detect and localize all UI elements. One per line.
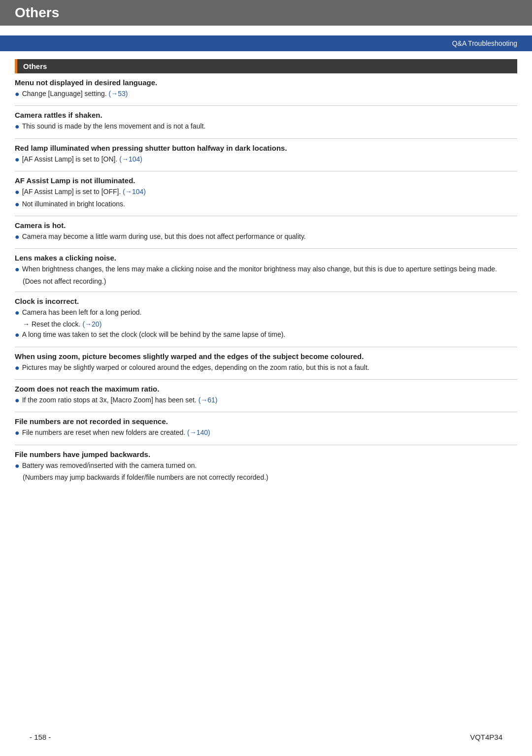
qa-sub: → Reset the clock. (→20) [15,319,517,329]
answer-link[interactable]: (→53) [109,90,128,98]
answer-text: File numbers are reset when new folders … [22,427,210,438]
bullet-icon: ● [15,362,20,373]
bullet-icon: ● [15,121,20,132]
qa-sub: (Numbers may jump backwards if folder/fi… [15,472,517,483]
answer-text: Camera may become a little warm during u… [22,231,306,242]
qa-sub: (Does not affect recording.) [15,276,517,287]
qa-list: Menu not displayed in desired language.●… [15,73,517,488]
qa-question: Camera is hot. [15,221,517,230]
answer-link[interactable]: (→61) [199,396,218,404]
sub-link[interactable]: (→20) [82,320,101,328]
answer-text: Battery was removed/inserted with the ca… [22,460,197,471]
answer-text: Camera has been left for a long period. [22,307,142,318]
answer-link[interactable]: (→104) [123,188,146,196]
bullet-icon: ● [15,264,20,275]
qa-item-red-lamp: Red lamp illuminated when pressing shutt… [15,139,517,171]
answer-link[interactable]: (→104) [119,155,142,163]
bullet-icon: ● [15,187,20,197]
qa-question: File numbers are not recorded in sequenc… [15,417,517,426]
bullet-icon: ● [15,231,20,242]
qa-answer: ●Change [Language] setting. (→53) [15,89,517,99]
bullet-icon: ● [15,199,20,210]
qa-answer: ●[AF Assist Lamp] is set to [OFF]. (→104… [15,187,517,197]
qa-answer: ●[AF Assist Lamp] is set to [ON]. (→104) [15,154,517,165]
qa-answer: ●When brightness changes, the lens may m… [15,264,517,275]
qa-answer: ●A long time was taken to set the clock … [15,329,517,340]
qa-question: File numbers have jumped backwards. [15,450,517,459]
qa-item-lens-clicking: Lens makes a clicking noise.●When bright… [15,249,517,292]
bullet-icon: ● [15,89,20,99]
bullet-icon: ● [15,460,20,471]
qa-question: Menu not displayed in desired language. [15,78,517,87]
answer-link[interactable]: (→140) [187,428,210,436]
bullet-icon: ● [15,427,20,438]
answer-text: Not illuminated in bright locations. [22,199,125,209]
page-header: Others [0,0,532,26]
bullet-icon: ● [15,307,20,318]
bullet-icon: ● [15,395,20,406]
answer-text: A long time was taken to set the clock (… [22,329,286,340]
qa-item-camera-rattles: Camera rattles if shaken.●This sound is … [15,106,517,138]
answer-text: [AF Assist Lamp] is set to [OFF]. (→104) [22,187,146,197]
page-title: Others [15,5,517,21]
qa-answer: ●Pictures may be slightly warped or colo… [15,362,517,373]
qa-question: When using zoom, picture becomes slightl… [15,352,517,361]
section-heading: Others [15,59,517,73]
qa-question: Zoom does not reach the maximum ratio. [15,385,517,393]
qa-item-clock-incorrect: Clock is incorrect.●Camera has been left… [15,292,517,347]
qa-answer: ●Battery was removed/inserted with the c… [15,460,517,471]
qa-item-menu-language: Menu not displayed in desired language.●… [15,73,517,106]
qa-question: Clock is incorrect. [15,297,517,305]
qa-item-zoom-warped: When using zoom, picture becomes slightl… [15,347,517,380]
breadcrumb-bar: Q&A Troubleshooting [0,35,532,51]
qa-question: AF Assist Lamp is not illuminated. [15,176,517,185]
answer-text: [AF Assist Lamp] is set to [ON]. (→104) [22,154,142,164]
qa-answer: ●Camera has been left for a long period. [15,307,517,318]
qa-answer: ●File numbers are reset when new folders… [15,427,517,438]
answer-text: Pictures may be slightly warped or colou… [22,362,369,373]
qa-answer: ●This sound is made by the lens movement… [15,121,517,132]
answer-text: When brightness changes, the lens may ma… [22,264,497,274]
qa-item-zoom-max: Zoom does not reach the maximum ratio.●I… [15,380,517,412]
bullet-icon: ● [15,329,20,340]
qa-answer: ●Not illuminated in bright locations. [15,199,517,210]
section-title: Others [23,62,47,70]
qa-item-camera-hot: Camera is hot.●Camera may become a littl… [15,216,517,249]
qa-question: Red lamp illuminated when pressing shutt… [15,144,517,152]
qa-question: Camera rattles if shaken. [15,111,517,119]
qa-item-file-numbers-sequence: File numbers are not recorded in sequenc… [15,412,517,445]
qa-item-file-numbers-jumped: File numbers have jumped backwards.●Batt… [15,445,517,488]
answer-text: Change [Language] setting. (→53) [22,89,128,99]
qa-question: Lens makes a clicking noise. [15,254,517,262]
qa-answer: ●If the zoom ratio stops at 3x, [Macro Z… [15,395,517,406]
breadcrumb-text: Q&A Troubleshooting [452,39,517,47]
doc-code: VQT4P34 [470,733,502,741]
answer-text: If the zoom ratio stops at 3x, [Macro Zo… [22,395,218,405]
qa-item-af-lamp: AF Assist Lamp is not illuminated.●[AF A… [15,171,517,216]
page-number: - 158 - [30,733,51,741]
page-footer: - 158 - VQT4P34 [0,733,532,741]
qa-answer: ●Camera may become a little warm during … [15,231,517,242]
answer-text: This sound is made by the lens movement … [22,121,206,131]
bullet-icon: ● [15,154,20,165]
